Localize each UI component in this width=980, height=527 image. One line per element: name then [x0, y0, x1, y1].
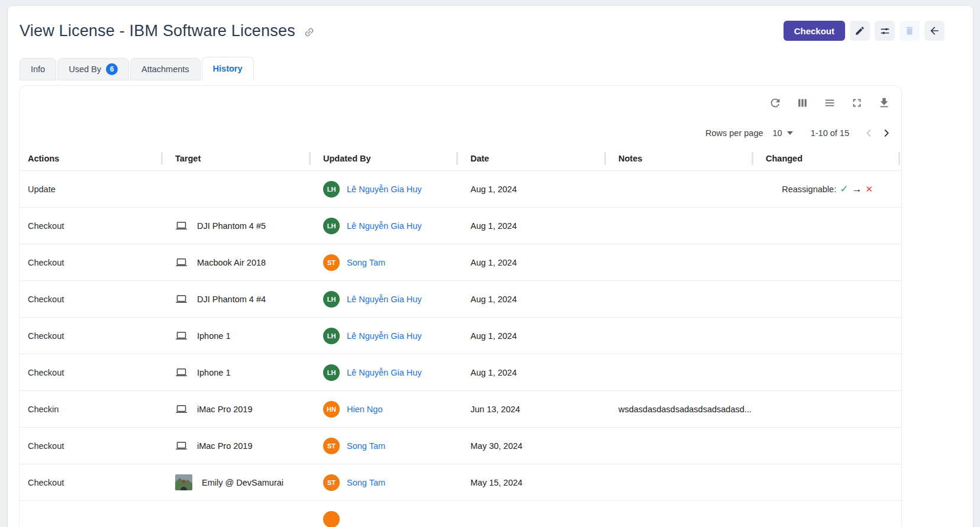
page-header: View License - IBM Software Licenses Che…	[20, 18, 961, 44]
columns-button[interactable]	[794, 94, 811, 112]
avatar: ST	[323, 254, 340, 271]
laptop-icon	[175, 219, 188, 232]
tab-used-by[interactable]: Used By 6	[57, 58, 129, 80]
avatar: LH	[323, 181, 340, 198]
avatar: LH	[323, 291, 340, 308]
refresh-button[interactable]	[766, 94, 784, 112]
download-button[interactable]	[875, 94, 893, 112]
user-name-link[interactable]: Hien Ngo	[347, 405, 382, 414]
delete-button	[900, 21, 920, 41]
pencil-icon	[855, 25, 865, 36]
tab-attachments[interactable]: Attachments	[130, 58, 201, 80]
user-name-link[interactable]: Song Tam	[347, 478, 385, 487]
table-row[interactable]: Checkout Iphone 1 LH Lê Nguyễn Gia Huy A…	[20, 354, 901, 391]
column-header-notes[interactable]: Notes	[604, 146, 752, 170]
action-label: Checkout	[28, 221, 64, 231]
caret-down-icon	[787, 131, 793, 135]
avatar: ST	[323, 438, 340, 454]
density-icon	[823, 96, 836, 109]
target-label: Iphone 1	[197, 331, 230, 341]
table-row[interactable]: Update LH Lê Nguyễn Gia Huy Aug 1, 2024 …	[20, 171, 901, 208]
user-name-link[interactable]: Lê Nguyễn Gia Huy	[347, 185, 422, 194]
user-name-link[interactable]: Lê Nguyễn Gia Huy	[347, 331, 422, 341]
target-label: iMac Pro 2019	[197, 405, 253, 414]
laptop-icon	[175, 329, 188, 342]
fullscreen-button[interactable]	[848, 94, 866, 112]
action-label: Checkout	[28, 331, 64, 341]
table-row[interactable]: Checkout Macbook Air 2018 ST Song Tam Au…	[20, 244, 901, 281]
arrow-left-icon	[929, 25, 940, 37]
tab-info-label: Info	[31, 64, 45, 74]
user-name-link[interactable]: Lê Nguyễn Gia Huy	[347, 368, 422, 377]
page-title: View License - IBM Software Licenses	[20, 22, 315, 40]
table-row[interactable]: Checkout iMac Pro 2019 ST Song Tam May 3…	[20, 428, 901, 464]
table-row[interactable]: Checkout DJI Phantom 4 #5 LH Lê Nguyễn G…	[20, 208, 901, 244]
history-table-card: Rows per page 10 1-10 of 15 Actions Targ…	[20, 86, 901, 527]
link-icon[interactable]	[301, 24, 317, 40]
changed-field-label: Reassignable:	[782, 185, 836, 194]
tab-used-by-label: Used By	[69, 64, 101, 74]
table-row[interactable]: Checkin iMac Pro 2019 HN Hien Ngo Jun 13…	[20, 391, 901, 428]
density-button[interactable]	[821, 94, 839, 112]
column-header-target[interactable]: Target	[161, 146, 309, 170]
action-label: Checkout	[28, 258, 64, 267]
date-label: Aug 1, 2024	[470, 295, 517, 304]
user-name-link[interactable]: Lê Nguyễn Gia Huy	[347, 295, 422, 304]
pagination-bar: Rows per page 10 1-10 of 15	[20, 120, 901, 146]
main-card: View License - IBM Software Licenses Che…	[8, 6, 973, 527]
date-label: May 30, 2024	[470, 441, 523, 451]
user-name-link[interactable]: Song Tam	[347, 441, 385, 451]
tab-history[interactable]: History	[202, 57, 254, 80]
action-label: Checkout	[28, 478, 64, 487]
column-header-changed[interactable]: Changed	[752, 146, 901, 170]
download-icon	[878, 96, 891, 109]
target-label: DJI Phantom 4 #4	[197, 295, 266, 304]
prev-page-button	[860, 124, 878, 142]
avatar	[323, 511, 340, 527]
table-header-row: Actions Target Updated By Date Notes Cha…	[20, 146, 901, 171]
check-icon: ✓	[840, 184, 848, 194]
table-row[interactable]: Checkout DJI Phantom 4 #4 LH Lê Nguyễn G…	[20, 281, 901, 318]
action-label: Update	[28, 185, 56, 194]
laptop-icon	[175, 366, 188, 379]
user-name-link[interactable]: Song Tam	[347, 258, 385, 267]
used-by-count-badge: 6	[106, 63, 118, 75]
table-row[interactable]	[20, 501, 901, 527]
date-label: Aug 1, 2024	[470, 331, 517, 341]
target-label: Macbook Air 2018	[197, 258, 266, 267]
avatar: ST	[323, 474, 340, 491]
chevron-left-icon	[862, 127, 875, 140]
cross-icon: ✕	[865, 185, 873, 193]
back-button[interactable]	[924, 21, 944, 41]
column-header-actions[interactable]: Actions	[20, 146, 161, 170]
action-label: Checkout	[28, 441, 64, 451]
rows-per-page-label: Rows per page	[705, 128, 763, 138]
chevron-right-icon	[880, 127, 893, 140]
arrow-right-icon: →	[852, 184, 862, 194]
edit-button[interactable]	[850, 21, 870, 41]
target-label: Iphone 1	[197, 368, 230, 377]
date-label: Aug 1, 2024	[470, 258, 517, 267]
avatar: LH	[323, 328, 340, 344]
settings-button[interactable]	[875, 21, 895, 41]
table-toolbar	[20, 86, 901, 120]
table-row[interactable]: Checkout Iphone 1 LH Lê Nguyễn Gia Huy A…	[20, 318, 901, 354]
table-body: Update LH Lê Nguyễn Gia Huy Aug 1, 2024 …	[20, 171, 901, 527]
column-header-date[interactable]: Date	[456, 146, 604, 170]
next-page-button[interactable]	[878, 124, 895, 142]
column-header-updated-by[interactable]: Updated By	[309, 146, 456, 170]
target-label: iMac Pro 2019	[197, 441, 253, 451]
date-label: Aug 1, 2024	[470, 185, 517, 194]
checkout-button[interactable]: Checkout	[784, 21, 845, 41]
target-photo	[175, 474, 192, 490]
pagination-range: 1-10 of 15	[811, 128, 849, 138]
avatar: LH	[323, 364, 340, 381]
user-name-link[interactable]: Lê Nguyễn Gia Huy	[347, 221, 422, 231]
avatar: HN	[323, 401, 340, 418]
tab-bar: Info Used By 6 Attachments History	[20, 57, 961, 80]
rows-per-page-select[interactable]: 10	[773, 128, 793, 138]
tab-history-label: History	[213, 64, 243, 73]
action-label: Checkout	[28, 295, 64, 304]
tab-info[interactable]: Info	[20, 58, 56, 80]
table-row[interactable]: Checkout Emily @ DevSamurai ST Song Tam …	[20, 464, 901, 501]
